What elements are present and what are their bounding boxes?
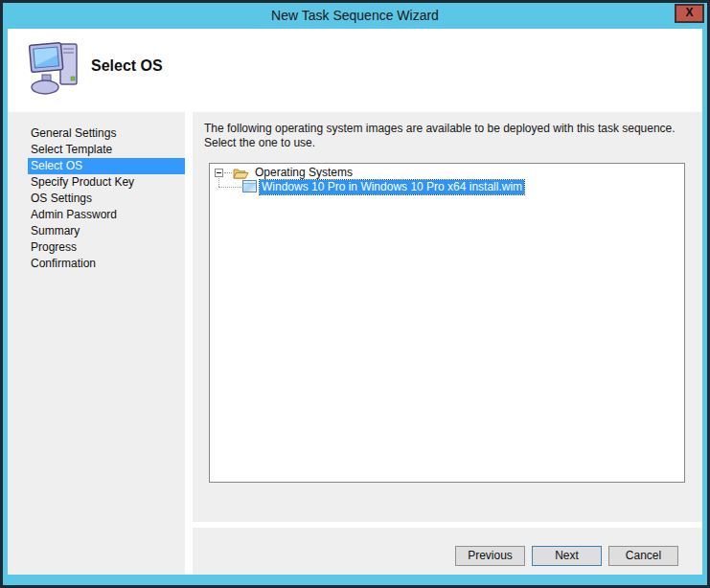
sidebar-item-admin-password[interactable]: Admin Password xyxy=(28,207,185,223)
tree-connector-line xyxy=(218,178,219,187)
folder-open-icon xyxy=(233,167,249,179)
next-button[interactable]: Next xyxy=(532,546,602,566)
previous-button[interactable]: Previous xyxy=(455,546,525,566)
wizard-window: New Task Sequence Wizard X xyxy=(3,3,707,585)
sidebar-item-os-settings[interactable]: OS Settings xyxy=(28,191,185,207)
wizard-page-body: The following operating system images ar… xyxy=(193,112,702,522)
computer-icon xyxy=(29,38,84,98)
os-image-icon xyxy=(242,180,257,192)
minus-glyph xyxy=(217,172,221,173)
cancel-button[interactable]: Cancel xyxy=(608,546,678,566)
sidebar-item-confirmation[interactable]: Confirmation xyxy=(28,256,185,272)
sidebar-item-progress[interactable]: Progress xyxy=(28,239,185,256)
tree-node-operating-systems[interactable]: Operating Systems xyxy=(253,166,355,180)
sidebar-item-select-os[interactable]: Select OS xyxy=(28,158,185,174)
window-title: New Task Sequence Wizard xyxy=(3,8,707,23)
sidebar-item-specify-product-key[interactable]: Specify Product Key xyxy=(28,174,185,191)
tree-collapse-icon[interactable] xyxy=(215,169,223,177)
client-area: Select OS General Settings Select Templa… xyxy=(8,29,702,575)
os-image-tree[interactable]: Operating Systems Windows 10 Pro in Wind… xyxy=(209,163,685,483)
wizard-header: Select OS xyxy=(8,29,702,112)
titlebar: New Task Sequence Wizard X xyxy=(3,3,707,29)
sidebar-item-select-template[interactable]: Select Template xyxy=(28,142,185,158)
wizard-footer: Previous Next Cancel xyxy=(193,528,702,575)
tree-connector-line xyxy=(224,172,232,173)
wizard-steps-sidebar: General Settings Select Template Select … xyxy=(8,112,185,575)
tree-connector-line xyxy=(218,187,241,188)
page-title: Select OS xyxy=(91,57,163,75)
sidebar-item-summary[interactable]: Summary xyxy=(28,223,185,239)
page-description: The following operating system images ar… xyxy=(204,122,687,150)
wizard-step-list: General Settings Select Template Select … xyxy=(28,125,185,272)
close-icon[interactable]: X xyxy=(675,4,704,23)
sidebar-item-general-settings[interactable]: General Settings xyxy=(28,125,185,142)
os-image-icon-titlebar xyxy=(243,181,256,184)
tree-node-os-image-selected[interactable]: Windows 10 Pro in Windows 10 Pro x64 ins… xyxy=(260,180,524,194)
